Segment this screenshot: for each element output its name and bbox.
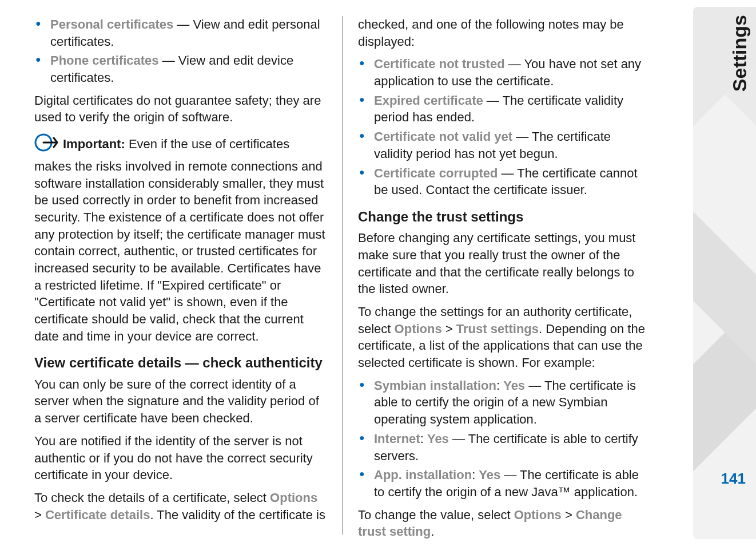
important-icon xyxy=(34,132,61,158)
separator-gt: > xyxy=(34,508,45,522)
menu-options: Options xyxy=(395,322,442,336)
paragraph: Before changing any certificate settings… xyxy=(358,230,652,298)
term-not-trusted: Certificate not trusted xyxy=(374,57,505,71)
note-list: Certificate not trusted — You have not s… xyxy=(358,56,652,199)
list-item: Personal certificates — View and edit pe… xyxy=(34,16,328,50)
cert-type-list: Personal certificates — View and edit pe… xyxy=(34,16,328,86)
paragraph-check-details: To check the details of a certificate, s… xyxy=(34,489,328,523)
menu-trust-settings: Trust settings xyxy=(456,322,539,336)
example-list: Symbian installation: Yes — The certific… xyxy=(358,377,652,501)
paragraph: You can only be sure of the correct iden… xyxy=(34,376,328,427)
page-body: Personal certificates — View and edit pe… xyxy=(0,0,756,546)
subheading-change-trust: Change the trust settings xyxy=(358,208,652,226)
paragraph: Digital certificates do not guarantee sa… xyxy=(34,92,328,126)
content-area: Personal certificates — View and edit pe… xyxy=(0,0,686,546)
text-frag: . xyxy=(431,524,434,539)
paragraph-trust-settings: To change the settings for an authority … xyxy=(358,303,652,371)
paragraph: You are notified if the identity of the … xyxy=(34,433,328,484)
menu-options: Options xyxy=(514,508,562,522)
list-item: Expired certificate — The certificate va… xyxy=(358,92,652,126)
term-app-install: App. installation xyxy=(374,468,472,482)
important-text: Even if the use of certificates makes th… xyxy=(34,137,325,343)
text-frag: To change the value, select xyxy=(358,508,514,522)
section-title: Settings xyxy=(729,15,751,92)
value-yes: Yes xyxy=(479,468,500,482)
term-symbian-install: Symbian installation xyxy=(374,378,496,393)
term-internet: Internet xyxy=(374,432,420,446)
important-note: Important: Even if the use of certificat… xyxy=(34,132,328,345)
side-rail: Settings 141 xyxy=(693,7,756,539)
subheading-view-details: View certificate details — check authent… xyxy=(34,354,328,372)
list-item: App. installation: Yes — The certificate… xyxy=(358,466,652,500)
term-phone-certificates: Phone certificates xyxy=(50,53,159,68)
text-frag: To check the details of a certificate, s… xyxy=(34,490,270,505)
list-item: Phone certificates — View and edit devic… xyxy=(34,52,328,86)
term-personal-certificates: Personal certificates xyxy=(50,17,173,31)
important-label: Important: xyxy=(63,137,125,151)
list-item: Certificate not trusted — You have not s… xyxy=(358,56,652,89)
term-corrupted: Certificate corrupted xyxy=(374,166,498,180)
paragraph: checked, and one of the following notes … xyxy=(358,16,652,50)
list-item: Symbian installation: Yes — The certific… xyxy=(358,377,652,428)
list-item: Certificate not valid yet — The certific… xyxy=(358,128,652,162)
separator-gt: > xyxy=(442,322,456,336)
term-expired: Expired certificate xyxy=(374,93,483,108)
term-not-valid-yet: Certificate not valid yet xyxy=(374,129,512,144)
menu-certificate-details: Certificate details xyxy=(45,508,150,522)
list-item: Internet: Yes — The certificate is able … xyxy=(358,430,652,464)
paragraph-change-value: To change the value, select Options > Ch… xyxy=(358,507,652,540)
value-yes: Yes xyxy=(503,378,525,393)
column-left: Personal certificates — View and edit pe… xyxy=(34,16,343,535)
list-item: Certificate corrupted — The certificate … xyxy=(358,165,652,199)
menu-options: Options xyxy=(270,490,317,505)
column-right: checked, and one of the following notes … xyxy=(343,16,652,535)
text-frag: . The validity of the certificate is xyxy=(150,508,325,522)
separator-gt: > xyxy=(562,508,576,522)
page-number: 141 xyxy=(721,470,746,488)
value-yes: Yes xyxy=(427,432,449,446)
